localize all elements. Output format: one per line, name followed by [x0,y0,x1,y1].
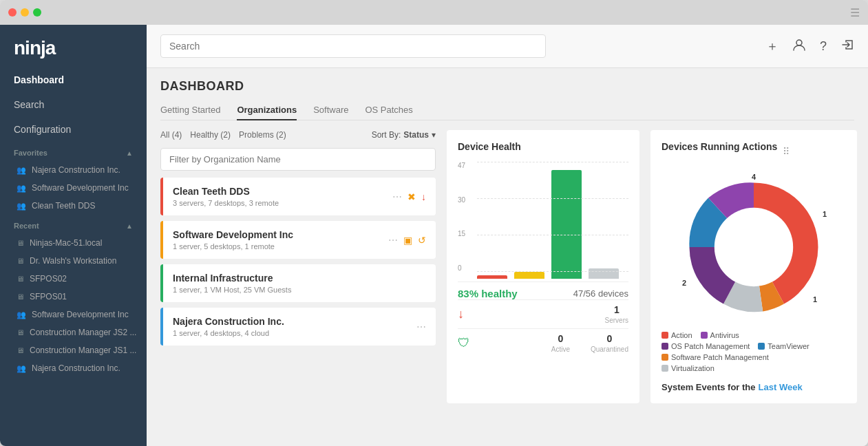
org-detail: 1 server, 4 desktops, 4 cloud [173,329,284,337]
devices-running-panel: Devices Running Actions ⠿ [650,130,857,403]
y-label-30: 30 [458,196,465,204]
patch-icon[interactable]: ✖ [407,191,416,202]
refresh-icon[interactable]: ↺ [418,235,426,246]
tab-organizations[interactable]: Organizations [237,100,297,120]
app-window: ☰ ninja Dashboard Search Configuration F… [0,0,868,446]
sort-by[interactable]: Sort By: Status ▾ [372,130,436,140]
system-events-link[interactable]: Last Week [759,382,803,392]
main-content: ＋ ? [147,25,868,446]
maximize-button[interactable] [33,8,41,17]
sidebar-item-configuration[interactable]: Configuration [0,117,147,142]
svg-point-0 [796,40,802,45]
active-label: Active [551,346,570,353]
device-health-panel: Device Health 47 30 15 0 [447,130,639,403]
legend-dot-av [701,332,708,339]
org-item-info: Internal Infrastructure 1 server, 1 VM H… [173,273,291,294]
sidebar-item-najera-fav[interactable]: 👥 Najera Construction Inc. [0,161,147,179]
recent-chevron-icon: ▲ [126,222,133,230]
sidebar-item-najera-recent[interactable]: 👥 Najera Construction Inc. [0,359,147,377]
tab-os-patches[interactable]: OS Patches [365,100,412,120]
orgs-layout: All (4) Healthy (2) Problems (2) Sort By… [160,130,854,403]
sidebar-item-cleanteeth-fav[interactable]: 👥 Clean Teeth DDS [0,197,147,215]
config-label: Configuration [14,124,71,135]
devices-running-title: Devices Running Actions [661,141,777,152]
sidebar-item-search[interactable]: Search [0,92,147,117]
sidebar-item-mac[interactable]: 🖥 Ninjas-Mac-51.local [0,234,147,252]
callout-1-bottom: 1 [813,295,817,304]
spinner-icon[interactable]: ⋯ [392,191,402,202]
donut-svg [678,171,829,323]
legend-label-virt: Virtualization [671,364,714,372]
legend-label-swpatch: Software Patch Management [671,353,769,361]
sidebar-item-sfpos02[interactable]: 🖥 SFPOS02 [0,270,147,288]
org-name: Najera Construction Inc. [173,316,284,327]
org-item-internal-infra[interactable]: Internal Infrastructure 1 server, 1 VM H… [160,264,436,302]
search-input[interactable] [160,34,546,58]
sidebar-item-walsh[interactable]: 🖥 Dr. Walsh's Workstation [0,252,147,270]
org-item-software-dev[interactable]: Software Development Inc 1 server, 5 des… [160,221,436,259]
org-item-najera[interactable]: Najera Construction Inc. 1 server, 4 des… [160,308,436,346]
legend-label-tv: TeamViewer [768,342,809,350]
favorites-section-header[interactable]: Favorites ▲ [0,142,147,161]
sidebar-item-constjs2[interactable]: 🖥 Construction Manager JS2 ... [0,323,147,341]
org-detail: 3 servers, 7 desktops, 3 remote [173,199,279,207]
sidebar-item-constjs1[interactable]: 🖥 Construction Manager JS1 ... [0,341,147,359]
org-action-icons: ⋯ ▣ ↺ [388,235,426,246]
minimize-button[interactable] [21,8,29,17]
filter-problems[interactable]: Problems (2) [239,130,286,140]
donut-legend: Action Antivirus [661,331,846,372]
right-panels: Device Health 47 30 15 0 [447,130,857,403]
app-body: ninja Dashboard Search Configuration Fav… [0,25,868,446]
sidebar-item-softwaredev-recent[interactable]: 👥 Software Development Inc [0,306,147,323]
spinner-icon[interactable]: ⋯ [388,235,398,246]
hamburger-icon[interactable]: ☰ [850,6,860,19]
device-icon: 🖥 [17,257,24,265]
sidebar: ninja Dashboard Search Configuration Fav… [0,25,147,446]
window-controls [8,8,41,17]
recent-section-header[interactable]: Recent ▲ [0,215,147,234]
org-detail: 1 server, 5 desktops, 1 remote [173,242,293,251]
org-filter-input[interactable] [160,148,436,171]
filter-healthy[interactable]: Healthy (2) [190,130,231,140]
tab-getting-started[interactable]: Getting Started [160,100,220,120]
antivirus-stat-row: 🛡 0 Active 0 Quarantined [458,328,628,357]
sort-chevron-icon: ▾ [432,130,436,140]
logout-icon[interactable] [840,38,854,55]
device-health-title: Device Health [458,141,628,152]
y-label-15: 15 [458,230,465,237]
grid-icon: ⠿ [783,146,790,157]
callout-4: 4 [752,173,756,181]
servers-label: Servers [605,317,628,324]
servers-value: 1 [605,304,628,315]
devices-running-title-row: Devices Running Actions ⠿ [661,141,846,162]
device-icon: 🖥 [17,239,24,247]
sidebar-item-dashboard[interactable]: Dashboard [0,67,147,92]
donut-hole [714,208,793,286]
quarantined-label: Quarantined [591,346,628,353]
sidebar-item-sfpos01[interactable]: 🖥 SFPOS01 [0,288,147,306]
add-icon[interactable]: ＋ [766,38,779,54]
org-name: Internal Infrastructure [173,273,291,284]
bar-yellow [514,272,544,279]
y-label-0: 0 [458,264,465,272]
recent-label: Recent [14,222,39,230]
sidebar-item-softwaredev-fav[interactable]: 👥 Software Development Inc [0,179,147,197]
legend-dot-tv [758,343,765,350]
spinner-icon[interactable]: ⋯ [416,321,426,332]
down-arrow-icon[interactable]: ↓ [421,191,426,202]
callout-2: 2 [682,279,686,287]
screen-icon[interactable]: ▣ [403,235,412,246]
org-item-clean-teeth[interactable]: Clean Teeth DDS 3 servers, 7 desktops, 3… [160,178,436,215]
system-events-prefix: System Events for the [661,382,756,392]
help-icon[interactable]: ? [820,39,827,54]
user-icon[interactable] [792,38,806,55]
title-bar: ☰ [0,0,868,25]
filter-all[interactable]: All (4) [160,130,182,140]
device-icon: 🖥 [17,328,24,337]
tab-software[interactable]: Software [313,100,348,120]
close-button[interactable] [8,8,17,17]
org-icon: 👥 [17,310,26,319]
org-detail: 1 server, 1 VM Host, 25 VM Guests [173,286,291,294]
org-item-info: Software Development Inc 1 server, 5 des… [173,229,293,251]
org-item-info: Clean Teeth DDS 3 servers, 7 desktops, 3… [173,186,279,207]
